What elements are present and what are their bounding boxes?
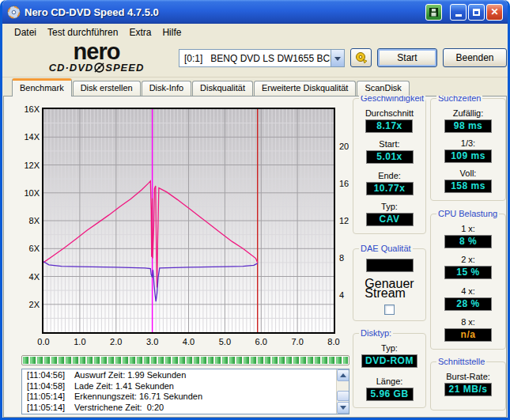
panel-title: Schnittstelle	[436, 357, 486, 366]
field-label: Typ:	[381, 202, 398, 211]
drive-select-value: [0:1] BENQ DVD LS DW1655 BCIB	[179, 53, 331, 64]
app-window: Nero CD-DVD Speed 4.7.5.0 ✕ Datei Test d…	[0, 0, 510, 420]
cpu-1x-value: 8 %	[444, 235, 492, 248]
field-label: Länge:	[376, 376, 403, 386]
accurate-stream-label: GenauerStream	[365, 279, 414, 298]
nero-logo: nero CD·DVD SPEED	[21, 41, 172, 74]
header: nero CD·DVD SPEED [0:1] BENQ DVD LS DW16…	[2, 40, 508, 78]
panel-schnittstelle: Schnittstelle Burst-Rate:21 MB/s	[430, 361, 506, 411]
menu-datei[interactable]: Datei	[9, 25, 42, 40]
y-axis-tick-left: 2X	[17, 300, 40, 309]
x-axis-tick: 0.0	[33, 337, 54, 346]
close-icon: ✕	[490, 7, 498, 17]
start-speed-value: 5.01x	[366, 150, 414, 164]
third-seek-value: 109 ms	[444, 149, 492, 163]
scrollbar-thumb[interactable]	[337, 391, 349, 401]
cpu-2x-value: 15 %	[444, 266, 492, 279]
panel-title: Disktyp:	[359, 328, 393, 338]
menu-test-durchfuehren[interactable]: Test durchführen	[42, 25, 123, 40]
maximize-button[interactable]	[468, 4, 485, 21]
field-label: 8 x:	[461, 317, 475, 327]
x-axis-tick: 5.0	[214, 337, 235, 346]
progress-bar	[21, 355, 349, 365]
floppy-icon	[429, 8, 438, 17]
field-label: Voll:	[460, 168, 477, 178]
log-lines: [11:04:56]Auswurf Zeit: 1.99 Sekunden [1…	[22, 369, 335, 413]
progress-bar-fill	[23, 357, 348, 364]
scroll-down-icon[interactable]	[337, 402, 349, 414]
tab-disk-erstellen[interactable]: Disk erstellen	[73, 81, 141, 96]
menu-hilfe[interactable]: Hilfe	[157, 25, 187, 40]
x-axis-tick: 6.0	[251, 337, 271, 346]
cpu-8x-value: n/a	[444, 328, 492, 342]
close-button[interactable]: ✕	[486, 4, 503, 21]
panel-geschwindigkeit: Geschwindigkeit Durchschnitt8.17x Start:…	[353, 98, 426, 234]
panel-suchzeiten: Suchzeiten Zufällig:98 ms 1/3:109 ms Vol…	[430, 98, 506, 201]
minimize-icon	[455, 14, 462, 17]
maximize-icon	[473, 9, 480, 16]
disc-type-value: DVD-ROM	[361, 354, 417, 368]
panel-cpu-belastung: CPU Belastung 1 x:8 % 2 x:15 % 4 x:28 % …	[430, 214, 506, 350]
eject-disc-button[interactable]	[350, 48, 372, 67]
tab-scandisk[interactable]: ScanDisk	[357, 81, 409, 96]
chart-svg	[43, 109, 334, 332]
x-axis-tick: 3.0	[142, 337, 163, 346]
field-label: 1/3:	[461, 138, 475, 148]
full-seek-value: 158 ms	[444, 180, 492, 193]
chart-plot-area	[42, 108, 335, 334]
log-scrollbar[interactable]	[336, 369, 349, 414]
nero-logo-text: nero	[21, 41, 172, 62]
app-disc-icon	[7, 6, 21, 19]
benchmark-page: 2X4X6X8X10X12X14X16X 48121620 0.01.02.03…	[3, 96, 507, 418]
y-axis-tick-left: 12X	[17, 161, 40, 170]
tray-button[interactable]	[425, 4, 442, 21]
logo-cddvd-text: CD·DVD	[49, 62, 94, 74]
end-speed-value: 10.77x	[366, 182, 414, 195]
burst-rate-value: 21 MB/s	[444, 383, 492, 396]
y-axis-tick-left: 14X	[17, 132, 40, 142]
tabstrip: Benchmark Disk erstellen Disk-Info Diskq…	[2, 78, 508, 96]
tab-erweiterte-diskqualitaet[interactable]: Erweiterte Diskqualität	[254, 81, 356, 96]
minimize-button[interactable]	[450, 4, 467, 21]
scroll-up-icon[interactable]	[337, 369, 349, 381]
disc-length-value: 5.96 GB	[366, 388, 414, 401]
cpu-4x-value: 28 %	[444, 297, 492, 311]
speed-type-value: CAV	[366, 213, 414, 226]
log-entry: [11:04:58]Lade Zeit: 1.41 Sekunden	[27, 381, 335, 392]
results-panels: Geschwindigkeit Durchschnitt8.17x Start:…	[353, 98, 506, 411]
accurate-stream-checkbox[interactable]	[384, 305, 395, 315]
panel-title: CPU Belastung	[436, 209, 499, 218]
field-label: Burst-Rate:	[446, 372, 490, 381]
field-label: Zufällig:	[453, 108, 484, 118]
panel-title: DAE Qualität	[359, 244, 413, 253]
quit-button[interactable]: Beenden	[443, 48, 507, 67]
tab-diskqualitaet[interactable]: Diskqualität	[192, 81, 253, 96]
drive-select[interactable]: [0:1] BENQ DVD LS DW1655 BCIB	[179, 49, 345, 67]
menubar: Datei Test durchführen Extra Hilfe	[2, 24, 508, 40]
tab-disk-info[interactable]: Disk-Info	[142, 81, 191, 96]
random-seek-value: 98 ms	[444, 119, 492, 133]
window-title: Nero CD-DVD Speed 4.7.5.0	[25, 6, 424, 18]
chevron-down-icon[interactable]	[331, 50, 344, 66]
log-entry: [11:04:56]Auswurf Zeit: 1.99 Sekunden	[27, 370, 335, 381]
field-label: Typ:	[381, 343, 398, 353]
field-label: Start:	[379, 139, 399, 149]
field-label: 1 x:	[461, 224, 475, 233]
dae-quality-value	[366, 259, 414, 272]
log-entry: [11:05:14]Verstrichene Zeit: 0:20	[27, 403, 335, 414]
panel-disktyp: Disktyp: Typ:DVD-ROM Länge:5.96 GB	[353, 333, 426, 408]
field-label: Ende:	[378, 171, 401, 180]
benchmark-chart: 2X4X6X8X10X12X14X16X 48121620 0.01.02.03…	[17, 100, 353, 354]
start-button[interactable]: Start	[377, 48, 437, 67]
field-label: Durchschnitt	[365, 108, 414, 118]
logo-disc-icon	[94, 62, 104, 73]
y-axis-tick-left: 10X	[17, 188, 40, 198]
field-label: 2 x:	[461, 255, 475, 264]
x-axis-tick: 2.0	[106, 337, 127, 346]
y-axis-tick-left: 4X	[17, 272, 40, 282]
menu-extra[interactable]: Extra	[123, 25, 157, 40]
x-axis-tick: 4.0	[179, 337, 199, 346]
tab-benchmark[interactable]: Benchmark	[12, 78, 72, 96]
eject-disc-icon	[355, 51, 368, 64]
log-box[interactable]: [11:04:56]Auswurf Zeit: 1.99 Sekunden [1…	[21, 369, 349, 414]
